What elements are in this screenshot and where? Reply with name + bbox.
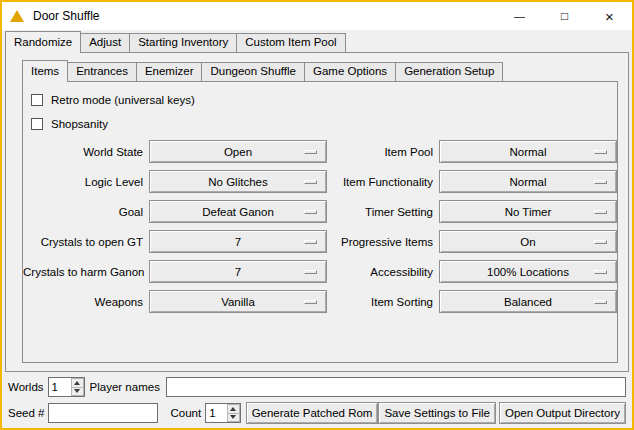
app-window: Door Shuffle — □ × Randomize Adjust Star… [0, 0, 634, 430]
client-area: Randomize Adjust Starting Inventory Cust… [2, 30, 632, 428]
tab-items[interactable]: Items [22, 60, 68, 82]
timer-setting-value: No Timer [505, 206, 552, 218]
weapons-dropdown[interactable]: Vanilla [149, 290, 327, 313]
dropdown-indicator-icon [304, 180, 317, 184]
logic-level-dropdown[interactable]: No Glitches [149, 170, 327, 193]
logic-level-label: Logic Level [23, 176, 143, 188]
player-names-label: Player names [90, 381, 160, 393]
main-tab-bar: Randomize Adjust Starting Inventory Cust… [2, 30, 632, 52]
close-button[interactable]: × [587, 2, 632, 30]
item-pool-dropdown[interactable]: Normal [439, 140, 617, 163]
items-tab-page: Retro mode (universal keys) Shopsanity W… [22, 81, 618, 363]
dropdown-indicator-icon [304, 300, 317, 304]
spinner-up-button[interactable] [71, 378, 84, 388]
crystals-to-open-gt-value: 7 [235, 236, 241, 248]
dropdown-indicator-icon [594, 240, 607, 244]
arrow-up-icon [230, 407, 236, 411]
randomize-tab-page: Items Entrances Enemizer Dungeon Shuffle… [5, 52, 629, 372]
timer-setting-dropdown[interactable]: No Timer [439, 200, 617, 223]
logic-level-value: No Glitches [208, 176, 267, 188]
dropdown-indicator-icon [594, 150, 607, 154]
tab-game-options[interactable]: Game Options [304, 62, 396, 81]
shopsanity-label: Shopsanity [51, 118, 108, 130]
randomize-sub-tab-bar: Items Entrances Enemizer Dungeon Shuffle… [6, 59, 628, 81]
app-icon [10, 10, 24, 22]
crystals-to-open-gt-dropdown[interactable]: 7 [149, 230, 327, 253]
world-state-dropdown[interactable]: Open [149, 140, 327, 163]
tab-starting-inventory[interactable]: Starting Inventory [129, 33, 237, 52]
item-functionality-value: Normal [509, 176, 546, 188]
progressive-items-dropdown[interactable]: On [439, 230, 617, 253]
tab-generation-setup[interactable]: Generation Setup [395, 62, 503, 81]
maximize-icon: □ [561, 9, 568, 23]
tab-dungeon-shuffle[interactable]: Dungeon Shuffle [201, 62, 304, 81]
count-spinner-arrows [227, 404, 240, 422]
shopsanity-checkbox[interactable]: Shopsanity [31, 116, 617, 132]
tab-custom-item-pool[interactable]: Custom Item Pool [236, 33, 345, 52]
count-label: Count [170, 407, 201, 419]
tab-entrances[interactable]: Entrances [67, 62, 137, 81]
count-value: 1 [206, 404, 226, 422]
accessibility-dropdown[interactable]: 100% Locations [439, 260, 617, 283]
crystals-to-harm-ganon-dropdown[interactable]: 7 [149, 260, 327, 283]
minimize-button[interactable]: — [497, 2, 542, 30]
arrow-up-icon [74, 381, 80, 385]
spinner-down-button[interactable] [71, 388, 84, 397]
accessibility-label: Accessibility [333, 266, 433, 278]
item-sorting-value: Balanced [504, 296, 552, 308]
worlds-value: 1 [49, 378, 71, 396]
spinner-down-button[interactable] [227, 414, 240, 423]
retro-mode-checkbox[interactable]: Retro mode (universal keys) [31, 92, 617, 108]
window-title: Door Shuffle [33, 9, 497, 23]
checkbox-unchecked-icon [31, 94, 43, 106]
accessibility-value: 100% Locations [487, 266, 569, 278]
weapons-label: Weapons [23, 296, 143, 308]
tab-enemizer[interactable]: Enemizer [136, 62, 203, 81]
tab-adjust[interactable]: Adjust [80, 33, 130, 52]
crystals-to-open-gt-label: Crystals to open GT [23, 236, 143, 248]
worlds-label: Worlds [8, 381, 44, 393]
tab-randomize[interactable]: Randomize [5, 31, 81, 53]
dropdown-indicator-icon [594, 180, 607, 184]
dropdown-indicator-icon [304, 240, 317, 244]
timer-setting-label: Timer Setting [333, 206, 433, 218]
item-pool-value: Normal [509, 146, 546, 158]
item-functionality-label: Item Functionality [333, 176, 433, 188]
worlds-spinner[interactable]: 1 [48, 377, 85, 397]
worlds-row: Worlds 1 Player names [2, 377, 632, 397]
world-state-value: Open [224, 146, 252, 158]
generate-patched-rom-button[interactable]: Generate Patched Rom [246, 402, 379, 424]
item-sorting-label: Item Sorting [333, 296, 433, 308]
player-names-input[interactable] [166, 377, 626, 397]
goal-label: Goal [23, 206, 143, 218]
save-settings-button[interactable]: Save Settings to File [378, 402, 495, 424]
seed-input[interactable] [48, 403, 158, 423]
item-functionality-dropdown[interactable]: Normal [439, 170, 617, 193]
item-sorting-dropdown[interactable]: Balanced [439, 290, 617, 313]
item-pool-label: Item Pool [333, 146, 433, 158]
options-grid: World State Open Item Pool Normal Logic … [23, 140, 617, 313]
dropdown-indicator-icon [304, 210, 317, 214]
maximize-button[interactable]: □ [542, 2, 587, 30]
retro-mode-label: Retro mode (universal keys) [51, 94, 195, 106]
world-state-label: World State [23, 146, 143, 158]
crystals-to-harm-ganon-value: 7 [235, 266, 241, 278]
dropdown-indicator-icon [304, 150, 317, 154]
goal-value: Defeat Ganon [202, 206, 274, 218]
open-output-directory-button[interactable]: Open Output Directory [499, 402, 626, 424]
count-spinner[interactable]: 1 [205, 403, 240, 423]
spinner-up-button[interactable] [227, 404, 240, 414]
checkbox-unchecked-icon [31, 118, 43, 130]
titlebar[interactable]: Door Shuffle — □ × [2, 2, 632, 30]
seed-row: Seed # Count 1 Generate Patched Rom Save… [2, 402, 632, 424]
weapons-value: Vanilla [221, 296, 255, 308]
dropdown-indicator-icon [594, 210, 607, 214]
arrow-down-icon [230, 415, 236, 419]
arrow-down-icon [74, 389, 80, 393]
dropdown-indicator-icon [304, 270, 317, 274]
dropdown-indicator-icon [594, 270, 607, 274]
close-icon: × [605, 9, 614, 24]
progressive-items-value: On [520, 236, 535, 248]
crystals-to-harm-ganon-label: Crystals to harm Ganon [23, 266, 143, 278]
goal-dropdown[interactable]: Defeat Ganon [149, 200, 327, 223]
